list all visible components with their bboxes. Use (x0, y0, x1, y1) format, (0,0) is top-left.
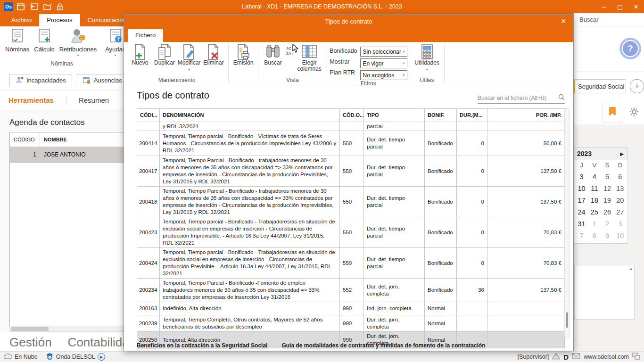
help-doc-icon: ? (108, 28, 123, 45)
col-por-imp[interactable]: POR. /IMP. (487, 109, 565, 122)
bonificado-select[interactable]: Sin seleccionar▾ (360, 47, 407, 57)
table-vscrollbar[interactable] (564, 108, 570, 338)
calendar-grid: J V S D 3 4 5 6 10 11 12 13 17 18 19 20 (574, 160, 627, 243)
calculo-button[interactable]: Cálculo (32, 28, 57, 53)
module-gestion[interactable]: Gestión (9, 335, 52, 350)
table-row[interactable]: 200414 Temporal, Tiempo parcial - Bonifi… (137, 131, 565, 156)
duplicar-button[interactable]: Duplicar (152, 44, 177, 66)
mostrar-select[interactable]: En vigor▾ (360, 58, 407, 68)
nominas-button[interactable]: Nóminas (3, 28, 32, 53)
calendar-day[interactable]: 1 (588, 220, 601, 228)
link-guia[interactable]: Guía de modalidades de contratos y medid… (281, 342, 485, 349)
en-nube-status[interactable]: En Nube (4, 354, 38, 361)
global-search-box[interactable]: Buscar (574, 13, 644, 26)
calendar-day[interactable]: 31 (575, 220, 588, 228)
calendar-day[interactable]: 25 (588, 208, 601, 216)
tab-fichero[interactable]: Fichero (128, 29, 163, 42)
calendar-day[interactable]: 13 (614, 185, 627, 192)
table-row[interactable]: 200239 Temporal, Tiempo Completo, Otros … (137, 315, 565, 332)
delsol-d-icon[interactable]: D· (563, 353, 569, 361)
calendar-day[interactable]: 3 (614, 220, 627, 228)
calendar-day[interactable]: 8 (588, 232, 601, 239)
tab-archivo[interactable]: Archivo (4, 14, 39, 26)
eliminar-button[interactable]: Eliminar (201, 44, 226, 66)
calendar-day[interactable]: 27 (614, 208, 627, 216)
table-row[interactable]: 200163 Indefinido, Alta dirección 990 In… (137, 302, 565, 315)
scrollbar-thumb[interactable] (566, 313, 568, 328)
ayudas-button[interactable]: ? Ayudas ▾ (103, 28, 124, 58)
contacts-hscrollbar[interactable] (9, 326, 124, 332)
calendar-day[interactable]: 5 (601, 173, 614, 181)
tab-herramientas[interactable]: Herramientas (0, 96, 54, 104)
calendar-day[interactable]: 7 (575, 232, 588, 239)
seguridad-social-button[interactable]: Seguridad Social (574, 79, 626, 93)
calendar-day[interactable]: 4 (588, 173, 601, 181)
col-denominacion[interactable]: DENOMINACIÓN (160, 109, 340, 122)
table-row[interactable]: 200424 Temporal, Tiempo parcial - Bonifi… (137, 248, 565, 279)
table-row[interactable]: 200418 Temporal, Tiempo Parcial - Bonifi… (137, 187, 565, 217)
elegir-columnas-button[interactable]: Elegir columnas (294, 44, 324, 72)
calendar-day[interactable]: 3 (575, 173, 588, 181)
retribuciones-button[interactable]: Retribuciones ▾ (57, 28, 99, 58)
col-bonif[interactable]: BONIF. (425, 109, 457, 122)
onda-delsol-status[interactable]: Onda DELSOL ▶ (46, 353, 105, 362)
calendar-day[interactable]: 2 (601, 220, 614, 228)
help-button[interactable]: ? (619, 38, 641, 59)
calendar-day[interactable]: 10 (614, 232, 627, 239)
file-search-input[interactable]: Buscar en el fichero (Alt+B) (478, 94, 565, 104)
col-tipo[interactable]: TIPO (364, 109, 425, 122)
utilidades-button[interactable]: Utilidades ▾ (413, 44, 442, 73)
col-dur[interactable]: DUR.(M... (457, 109, 487, 122)
emision-button[interactable]: Emisión (231, 44, 256, 66)
calendar-next-icon[interactable]: ▶ (620, 151, 624, 156)
warning-icon[interactable] (552, 353, 560, 361)
dialog-close-button[interactable]: ✕ (556, 16, 570, 26)
gear-icon[interactable] (629, 107, 639, 119)
minimize-button[interactable]: ─ (596, 0, 612, 13)
calendar-day[interactable]: 20 (614, 197, 627, 204)
calendar-day[interactable]: 10 (575, 185, 588, 192)
nuevo-button[interactable]: Nuevo (128, 44, 152, 66)
remote-desktop-icon[interactable] (632, 353, 640, 361)
ausencias-button[interactable]: Ausencias (77, 74, 124, 87)
scroll-up-icon[interactable]: ▲ (629, 266, 633, 271)
calendar-day[interactable]: 6 (614, 173, 627, 181)
plan-rtr-select[interactable]: No acogidos▾ (360, 70, 407, 80)
play-icon[interactable]: ▶ (98, 353, 105, 361)
close-button[interactable]: ✕ (628, 0, 644, 13)
chevron-down-icon: ▾ (403, 49, 405, 54)
table-row[interactable]: 200423 Temporal, Tiempo parcial - Bonifi… (137, 217, 565, 248)
calendar-day[interactable]: 12 (601, 185, 614, 192)
link-beneficios[interactable]: Beneficios en la cotización a la Segurid… (137, 342, 267, 349)
calendar-day[interactable]: 11 (588, 185, 601, 192)
calendar-day[interactable]: 9 (601, 232, 614, 239)
add-button[interactable]: + (630, 79, 644, 93)
table-row[interactable]: 200417 Temporal, Tiempo Parcial - Bonifi… (137, 156, 565, 187)
tab-divider (66, 95, 66, 106)
maximize-button[interactable]: ▢ (612, 0, 628, 13)
calendar-day[interactable]: 17 (575, 197, 588, 204)
bookmark-button[interactable] (603, 102, 622, 123)
calendar-day[interactable]: 18 (588, 197, 601, 204)
table-row[interactable]: y RDL 32/2021 parcial (137, 122, 565, 131)
calendar-day[interactable]: 26 (601, 208, 614, 216)
website-link[interactable]: www.sdelsol.com (584, 354, 629, 360)
mail-icon[interactable] (572, 353, 580, 361)
buscar-button[interactable]: Buscar (261, 44, 285, 66)
ribbon-separator (258, 44, 258, 83)
module-contabilidad[interactable]: Contabilidad (68, 335, 124, 350)
col-codigo[interactable]: CÓDIGO (10, 132, 40, 147)
col-nombre[interactable]: NOMBRE (40, 137, 124, 142)
calendar-day[interactable]: 19 (601, 197, 614, 204)
modificar-button[interactable]: Modificar ▾ (177, 44, 201, 73)
contact-row[interactable]: 1 JOSE ANTONIO (10, 147, 124, 163)
incapacidades-button[interactable]: Incapacidades (9, 74, 72, 87)
scrollbar-thumb[interactable] (11, 327, 49, 331)
col-codigo[interactable]: CÓDI... (137, 109, 160, 122)
calendar-day[interactable]: 24 (575, 208, 588, 216)
table-row[interactable]: 200234 Temporal, Tiempo Parcial - Bonifi… (137, 279, 565, 302)
supervisor-label[interactable]: [Supervisor] (518, 354, 549, 360)
col-cod-o[interactable]: CÓD.O... (340, 109, 364, 122)
tab-procesos[interactable]: Procesos (39, 14, 80, 26)
tab-resumen[interactable]: Resumen (79, 96, 109, 104)
